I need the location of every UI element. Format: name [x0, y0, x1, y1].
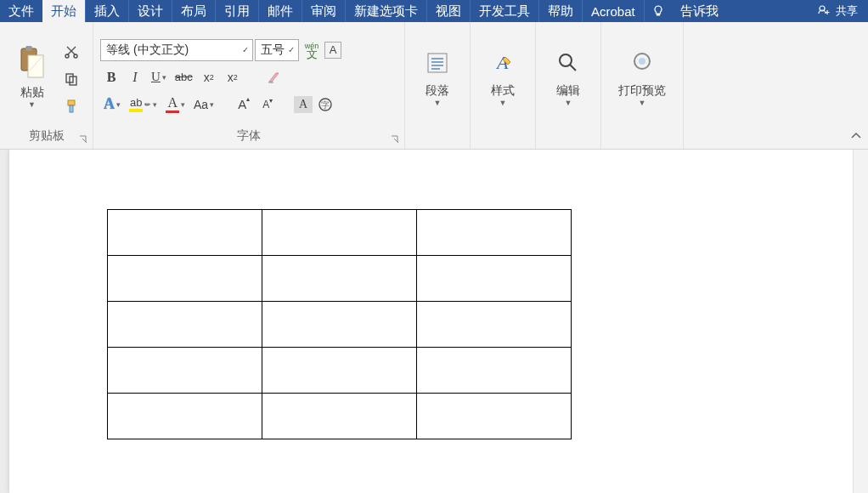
font-dialog-launcher[interactable] [389, 133, 401, 145]
svg-text:字: 字 [321, 100, 330, 110]
share-icon [817, 3, 831, 20]
collapse-ribbon-button[interactable] [849, 129, 863, 145]
group-editing: 编辑 ▼ [536, 22, 601, 149]
share-label: 共享 [836, 3, 858, 19]
tab-acrobat[interactable]: Acrobat [583, 0, 645, 22]
strikethrough-button[interactable]: abc [172, 66, 196, 88]
font-name-value: 等线 (中文正文) [106, 42, 189, 58]
page[interactable] [9, 150, 859, 493]
table-cell[interactable] [262, 394, 417, 439]
character-border-button[interactable]: A [324, 42, 341, 59]
table-cell[interactable] [108, 348, 262, 394]
table-cell[interactable] [417, 302, 572, 348]
find-icon [554, 48, 583, 80]
document-table[interactable] [107, 209, 572, 439]
table-cell[interactable] [262, 302, 417, 348]
tab-layout[interactable]: 布局 [172, 0, 216, 22]
chevron-down-icon: ✓ [242, 45, 249, 54]
font-name-combo[interactable]: 等线 (中文正文) ✓ [100, 39, 253, 61]
chevron-down-icon: ▼ [565, 99, 572, 107]
paragraph-button[interactable]: 段落 ▼ [412, 27, 463, 128]
chevron-down-icon: ▼ [434, 99, 442, 107]
styles-button[interactable]: A 样式 ▼ [477, 27, 528, 128]
tab-home[interactable]: 开始 [42, 0, 86, 22]
svg-point-16 [639, 58, 645, 65]
table-cell[interactable] [108, 302, 262, 348]
tab-review[interactable]: 审阅 [302, 0, 346, 22]
svg-point-14 [560, 54, 572, 66]
table-cell[interactable] [262, 210, 417, 256]
table-cell[interactable] [417, 348, 572, 394]
table-cell[interactable] [417, 394, 572, 439]
chevron-down-icon: ✓ [288, 45, 295, 54]
subscript-button[interactable]: x2 [198, 66, 220, 88]
format-painter-button[interactable] [60, 95, 82, 117]
cut-button[interactable] [60, 41, 82, 63]
phonetic-guide-button[interactable]: wén 文 [301, 39, 323, 61]
group-clipboard: 粘贴 ▼ 剪贴板 [0, 22, 93, 149]
superscript-button[interactable]: x2 [222, 66, 244, 88]
lightbulb-icon [645, 0, 672, 22]
editing-button[interactable]: 编辑 ▼ [543, 27, 594, 128]
svg-rect-9 [70, 105, 73, 112]
group-font-label: 字体 [93, 127, 404, 147]
grow-font-button[interactable]: A▴ [233, 94, 255, 116]
highlight-button[interactable]: ab✏▾ [126, 94, 161, 116]
share-button[interactable]: 共享 [807, 0, 868, 22]
tab-dev[interactable]: 开发工具 [471, 0, 539, 22]
editing-label: 编辑 [556, 83, 580, 99]
tab-references[interactable]: 引用 [216, 0, 259, 22]
print-preview-icon [628, 48, 657, 80]
enclose-characters-button[interactable]: 字 [314, 94, 336, 116]
bold-button[interactable]: B [100, 66, 122, 88]
tab-insert[interactable]: 插入 [86, 0, 129, 22]
tab-file[interactable]: 文件 [0, 0, 42, 22]
table-cell[interactable] [417, 210, 572, 256]
tell-me-button[interactable]: 告诉我 [672, 0, 727, 22]
chevron-down-icon: ▼ [499, 99, 507, 107]
paragraph-icon [423, 48, 452, 80]
vertical-scrollbar[interactable] [853, 150, 868, 493]
svg-rect-2 [25, 46, 32, 51]
table-cell[interactable] [262, 256, 417, 302]
paragraph-label: 段落 [426, 83, 449, 99]
group-styles: A 样式 ▼ [471, 22, 536, 149]
styles-label: 样式 [491, 83, 515, 99]
underline-button[interactable]: U▾ [148, 66, 170, 88]
print-preview-label: 打印预览 [618, 83, 666, 99]
print-preview-button[interactable]: 打印预览 ▼ [608, 27, 676, 128]
table-cell[interactable] [108, 256, 262, 302]
paste-button[interactable]: 粘贴 ▼ [7, 27, 57, 127]
tab-newtab[interactable]: 新建选项卡 [346, 0, 427, 22]
character-shading-button[interactable]: A [294, 96, 313, 113]
svg-rect-3 [28, 55, 43, 77]
clear-formatting-button[interactable] [262, 66, 285, 88]
styles-icon: A [488, 48, 517, 80]
change-case-button[interactable]: Aa▾ [190, 94, 217, 116]
shrink-font-button[interactable]: A▾ [256, 94, 279, 116]
copy-button[interactable] [60, 68, 82, 90]
chevron-down-icon: ▼ [639, 99, 646, 107]
italic-button[interactable]: I [124, 66, 146, 88]
svg-point-5 [74, 54, 77, 58]
table-cell[interactable] [262, 348, 417, 394]
text-effects-button[interactable]: A▾ [100, 94, 124, 116]
clipboard-icon [18, 45, 47, 82]
group-print-preview: 打印预览 ▼ [601, 22, 684, 149]
font-size-combo[interactable]: 五号 ✓ [255, 39, 299, 61]
clipboard-dialog-launcher[interactable] [77, 133, 89, 145]
document-area [0, 150, 868, 493]
group-paragraph: 段落 ▼ [405, 22, 471, 149]
tab-help[interactable]: 帮助 [539, 0, 583, 22]
font-size-value: 五号 [261, 42, 285, 58]
table-cell[interactable] [108, 394, 262, 439]
ribbon: 粘贴 ▼ 剪贴板 [0, 22, 868, 150]
tab-view[interactable]: 视图 [427, 0, 471, 22]
font-color-button[interactable]: A▾ [162, 94, 189, 116]
table-cell[interactable] [108, 210, 262, 256]
chevron-down-icon: ▼ [28, 100, 36, 109]
table-cell[interactable] [417, 256, 572, 302]
paste-label: 粘贴 [20, 85, 44, 100]
tab-mailings[interactable]: 邮件 [259, 0, 302, 22]
tab-design[interactable]: 设计 [129, 0, 172, 22]
